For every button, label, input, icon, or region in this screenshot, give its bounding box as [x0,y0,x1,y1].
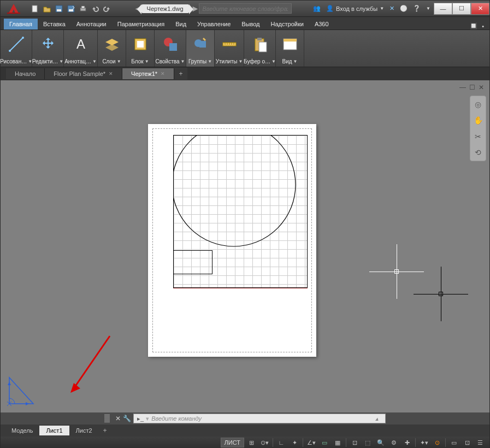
panel-groups[interactable]: Группы▼ [186,30,215,67]
block-icon [132,31,149,57]
panel-layers[interactable]: Слои▼ [98,30,126,67]
ribbon-tab-home[interactable]: Главная [4,19,38,30]
status-iso-icon[interactable]: ▭ [448,438,460,447]
viewport-controls: — ☐ ✕ [459,84,484,91]
status-autoscale-icon[interactable]: ✚ [401,438,413,447]
undo-icon[interactable] [90,4,100,14]
title-center: ◄ Чертеж1.dwg ► [115,3,310,14]
ribbon-tab-insert[interactable]: Вставка [38,19,71,30]
zoom-extents-icon[interactable]: ✂ [475,132,481,141]
panel-view-label: Вид▼ [281,57,298,66]
open-icon[interactable] [42,4,52,14]
status-transparency-icon[interactable]: ▦ [332,438,344,447]
panel-draw[interactable]: Рисован…▼ [1,30,32,67]
status-osnap-icon[interactable]: ∠▾ [305,438,317,447]
svg-rect-5 [69,9,73,11]
status-polar-icon[interactable]: ✦ [288,438,300,447]
panel-modify[interactable]: Редакти…▼ [32,30,64,67]
ribbon-tab-view[interactable]: Вид [170,19,192,30]
ribbon-tab-parametric[interactable]: Параметризация [112,19,170,30]
layout-tab-sheet1[interactable]: Лист1 [39,426,69,435]
minimize-button[interactable]: — [434,3,452,15]
status-annovis-icon[interactable]: ⚙ [388,438,400,447]
svg-rect-17 [199,41,206,48]
ribbon-tab-a360[interactable]: A360 [309,19,334,30]
status-clean-icon[interactable]: ☰ [474,438,486,447]
status-hwa-icon[interactable]: ⊡ [461,438,473,447]
layout-tab-model[interactable]: Модель [5,426,39,435]
help-chevron-icon[interactable]: ▼ [426,6,430,11]
navigation-bar[interactable]: ◎ ✋ ✂ ⟲ [470,96,486,161]
panel-view[interactable]: Вид▼ [276,30,304,67]
status-space-toggle[interactable]: ЛИСТ [221,438,244,447]
status-qp-icon[interactable]: ⊡ [349,438,361,447]
print-icon[interactable] [78,4,88,14]
ribbon-tab-annotate[interactable]: Аннотации [71,19,112,30]
status-ws-icon[interactable]: ✦▾ [418,438,430,447]
vp-maximize-icon[interactable]: ☐ [469,84,475,91]
paste-icon [251,31,269,57]
ribbon-tab-manage[interactable]: Управление [192,19,236,30]
ribbon: Рисован…▼ Редакти…▼ A Аннотац…▼ Слои▼ Бл… [1,30,489,67]
panel-block[interactable]: Блок▼ [126,30,155,67]
app-logo[interactable] [1,2,27,15]
cmd-separator: ▾ [146,415,149,422]
saveas-icon[interactable] [66,4,76,14]
status-lwt-icon[interactable]: ▭ [318,438,330,447]
panel-properties[interactable]: Свойства▼ [155,30,186,67]
cmd-prompt-icon: ▸_ [137,415,144,422]
window-controls: — ☐ ✕ [434,3,489,15]
status-ortho-icon[interactable]: ∟ [275,438,287,447]
ribbon-tab-addins[interactable]: Надстройки [265,19,309,30]
a360-icon[interactable]: ⚪ [400,5,408,12]
redo-icon[interactable] [102,4,112,14]
ribbon-bullet-icon[interactable]: • [482,23,484,30]
panel-annotation[interactable]: A Аннотац…▼ [64,30,98,67]
save-icon[interactable] [54,4,64,14]
new-icon[interactable] [30,4,40,14]
login-dropdown[interactable]: 👤 Вход в службы ▼ [326,5,384,12]
search-input[interactable] [199,3,292,14]
status-sc-icon[interactable]: ⬚ [362,438,374,447]
cmd-grip-icon[interactable] [104,414,110,423]
drawing-area[interactable]: — ☐ ✕ ◎ ✋ ✂ ⟲ [1,80,489,412]
exchange-icon[interactable]: ✕ [389,5,394,12]
paper-sheet [148,124,316,357]
layout-tab-add[interactable]: + [99,425,111,436]
file-tab-new[interactable]: + [174,68,187,80]
svg-rect-15 [169,43,177,51]
close-icon[interactable]: ✕ [109,71,113,76]
layout-tab-sheet2[interactable]: Лист2 [69,426,99,435]
annotation-arrow [66,331,121,396]
help-icon[interactable]: ❔ [413,5,421,12]
status-annoscale-icon[interactable]: 🔍 [375,438,387,447]
ribbon-tab-output[interactable]: Вывод [236,19,265,30]
svg-text:A: A [76,37,85,51]
maximize-button[interactable]: ☐ [452,3,471,15]
command-input[interactable]: ▸_ ▾ Введите команду ▴ [133,414,386,423]
status-snap-icon[interactable]: ⊙▾ [258,438,270,447]
cmd-customize-icon[interactable]: 🔧 [123,415,131,422]
file-tab-start[interactable]: Начало [6,68,45,79]
status-grid-icon[interactable]: ⊞ [245,438,257,447]
close-icon[interactable]: ✕ [161,71,165,76]
featured-apps-icon[interactable]: 🔲 [470,22,477,30]
cmd-close-icon[interactable]: ✕ [115,415,121,422]
ucs-icon [6,372,41,407]
status-monitor-icon[interactable]: ⊙ [431,438,443,447]
panel-utilities[interactable]: Утилиты▼ [215,30,244,67]
file-tab-floorplan[interactable]: Floor Plan Sample*✕ [45,68,122,79]
panel-clipboard[interactable]: Буфер о…▼ [244,30,276,67]
quick-access-toolbar [27,4,115,14]
chevron-down-icon: ▼ [380,6,384,11]
status-bar: ЛИСТ ⊞ ⊙▾ ∟ ✦ ∠▾ ▭ ▦ ⊡ ⬚ 🔍 ⚙ ✚ ✦▾ ⊙ ▭ ⊡ … [1,437,489,448]
vp-minimize-icon[interactable]: — [459,84,466,91]
steering-wheel-icon[interactable]: ◎ [475,100,481,109]
vp-close-icon[interactable]: ✕ [479,84,484,91]
close-button[interactable]: ✕ [471,3,489,15]
cmd-history-icon[interactable]: ▴ [372,415,382,422]
infocenter-icon[interactable]: 👥 [313,5,321,12]
pan-icon[interactable]: ✋ [474,116,483,125]
file-tab-drawing1[interactable]: Чертеж1*✕ [122,68,174,79]
orbit-icon[interactable]: ⟲ [475,148,481,157]
